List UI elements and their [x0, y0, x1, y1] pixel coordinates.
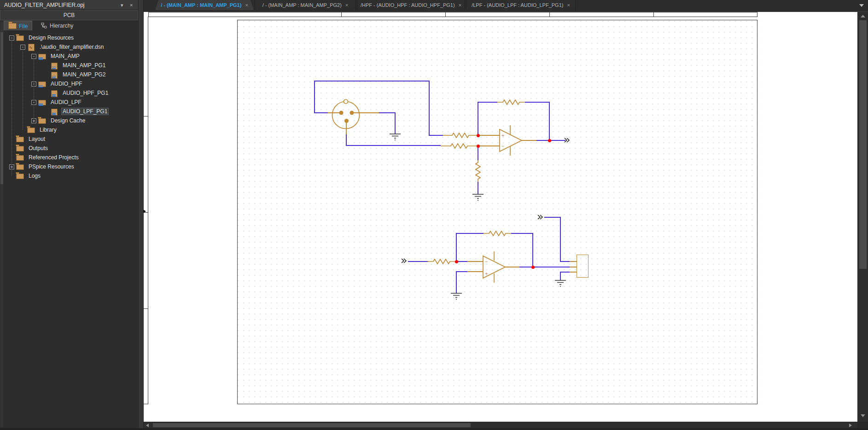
tree-item-label: Design Resources — [27, 34, 75, 41]
pin-lead[interactable] — [570, 272, 577, 273]
wire[interactable] — [560, 261, 570, 262]
opamp-u1c[interactable]: + − — [499, 122, 524, 158]
tree-item[interactable]: - AUDIO_HPF — [0, 79, 138, 88]
tree-item[interactable]: - MAIN_AMP — [0, 52, 138, 61]
horizontal-scrollbar-thumb[interactable] — [153, 423, 471, 427]
pin-lead[interactable] — [478, 145, 500, 146]
offpage-connector-icon[interactable] — [537, 215, 543, 220]
ground-symbol[interactable] — [389, 133, 402, 141]
tree-item[interactable]: + PSpice Resources — [0, 162, 138, 171]
wire[interactable] — [395, 112, 396, 134]
wire[interactable] — [456, 271, 468, 272]
wire[interactable] — [456, 233, 457, 261]
resistor-r3[interactable] — [441, 143, 478, 149]
svg-text:−: − — [501, 143, 504, 149]
tree-item[interactable]: Logs — [0, 171, 138, 180]
panel-scrollbar-thumb[interactable] — [0, 32, 3, 184]
tree-item[interactable]: - .\audio_filter_amplifier.dsn — [0, 42, 138, 52]
tree-item[interactable]: AUDIO_HPF_PG1 — [0, 88, 138, 98]
pin-lead[interactable] — [467, 261, 483, 262]
ground-symbol[interactable] — [554, 279, 567, 288]
wire[interactable] — [429, 135, 443, 136]
wire[interactable] — [314, 81, 429, 81]
tree-item[interactable]: MAIN_AMP_PG2 — [0, 70, 138, 79]
wire[interactable] — [478, 102, 478, 135]
wire[interactable] — [560, 217, 561, 261]
pin-lead[interactable] — [522, 140, 536, 141]
ruler-tick — [549, 12, 550, 17]
document-tab[interactable]: / - (MAIN_AMP : MAIN_AMP_PG2) × — [255, 0, 356, 10]
tree-item[interactable]: Layout — [0, 134, 138, 144]
resistor-r1[interactable] — [497, 99, 525, 105]
tab-list-dropdown-icon[interactable] — [859, 4, 864, 7]
resistor-r6[interactable] — [427, 259, 456, 264]
tree-item[interactable]: Library — [0, 125, 138, 134]
application-window: AUDIO_FILTER_AMPLIFIER.opj ▾ × PCB File … — [0, 0, 868, 430]
scroll-up-icon[interactable] — [861, 15, 865, 17]
wire[interactable] — [519, 267, 570, 267]
scroll-down-icon[interactable] — [861, 414, 865, 417]
panel-scrollbar[interactable] — [0, 22, 3, 427]
tree-item[interactable]: + Design Cache — [0, 116, 138, 125]
wire[interactable] — [346, 145, 441, 146]
document-tab[interactable]: /HPF - (AUDIO_HPF : AUDIO_HPF_PG1) × — [357, 0, 465, 10]
wire[interactable] — [346, 134, 347, 146]
tab-close-icon[interactable]: × — [345, 2, 348, 8]
vertical-scrollbar-thumb[interactable] — [859, 20, 867, 269]
wire[interactable] — [560, 272, 570, 273]
resistor-r4[interactable] — [475, 160, 481, 182]
tree-item[interactable]: - Design Resources — [0, 33, 138, 42]
tab-close-icon[interactable]: × — [567, 2, 570, 8]
ground-symbol[interactable] — [472, 193, 484, 202]
opamp-u1b[interactable]: − + — [482, 249, 507, 285]
wire[interactable] — [525, 102, 549, 103]
wire[interactable] — [408, 261, 428, 262]
resistor-r5[interactable] — [484, 231, 511, 236]
ground-symbol[interactable] — [450, 292, 463, 301]
hierarchy-icon — [41, 23, 47, 29]
document-tab[interactable]: / - (MAIN_AMP : MAIN_AMP_PG1) × — [155, 0, 254, 10]
wire[interactable] — [511, 233, 533, 234]
wire[interactable] — [456, 271, 457, 293]
wire[interactable] — [549, 102, 550, 141]
tree-item[interactable]: Outputs — [0, 144, 138, 153]
pin-lead[interactable] — [570, 267, 577, 267]
scroll-left-icon[interactable] — [146, 424, 149, 427]
tree-item-icon — [38, 99, 47, 105]
wire[interactable] — [532, 233, 533, 267]
wire[interactable] — [429, 81, 430, 136]
wire[interactable] — [478, 102, 497, 103]
wire[interactable] — [478, 182, 478, 194]
panel-collapse-icon[interactable]: ▾ — [121, 0, 123, 10]
vertical-scrollbar[interactable] — [857, 12, 868, 422]
connector-jp1-din[interactable] — [330, 99, 362, 131]
pin-lead[interactable] — [478, 135, 500, 136]
panel-splitter[interactable] — [138, 0, 144, 430]
pin-lead[interactable] — [467, 271, 483, 272]
tab-close-icon[interactable]: × — [459, 2, 461, 8]
project-titlebar[interactable]: AUDIO_FILTER_AMPLIFIER.opj ▾ × — [0, 0, 138, 10]
scroll-right-icon[interactable] — [849, 424, 852, 427]
tree-item[interactable]: - AUDIO_LPF — [0, 98, 138, 107]
document-tab[interactable]: /LPF - (AUDIO_LPF : AUDIO_LPF_PG1) × — [466, 0, 576, 10]
tree-item[interactable]: AUDIO_LPF_PG1 — [0, 107, 138, 116]
tree-item[interactable]: Referenced Projects — [0, 153, 138, 162]
horizontal-scrollbar[interactable] — [144, 422, 857, 428]
pin-lead[interactable] — [570, 261, 577, 262]
wire[interactable] — [544, 217, 560, 218]
offpage-connector-icon[interactable] — [564, 138, 570, 143]
wire[interactable] — [314, 81, 315, 113]
tree-item[interactable]: MAIN_AMP_PG1 — [0, 61, 138, 70]
splitter-arrow-icon[interactable] — [143, 209, 146, 213]
offpage-connector-icon[interactable] — [401, 258, 407, 263]
connector-j1-con3[interactable] — [577, 255, 588, 278]
wire[interactable] — [314, 112, 328, 113]
tab-file[interactable]: File — [4, 21, 32, 31]
tab-hierarchy[interactable]: Hierarchy — [37, 21, 77, 30]
wire[interactable] — [379, 112, 395, 113]
resistor-r2[interactable] — [443, 133, 478, 138]
panel-close-icon[interactable]: × — [130, 0, 133, 10]
wire[interactable] — [456, 233, 484, 234]
tab-close-icon[interactable]: × — [245, 2, 248, 8]
pin-lead[interactable] — [505, 267, 519, 267]
